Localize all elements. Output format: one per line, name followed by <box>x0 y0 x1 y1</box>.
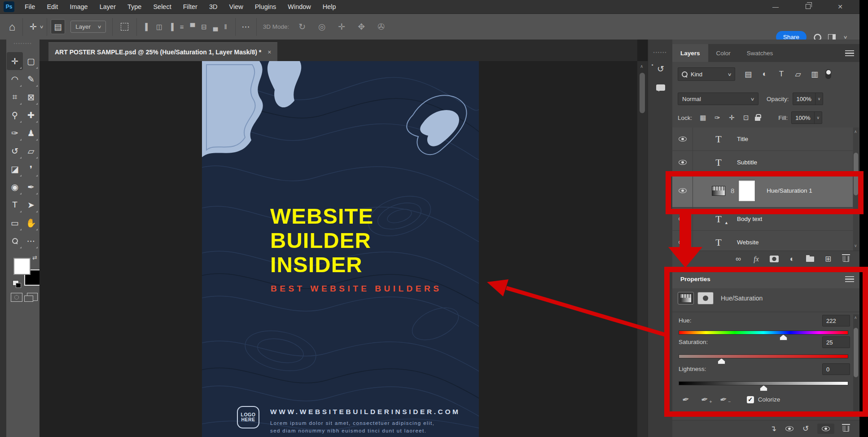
zoom-tool[interactable] <box>7 232 23 250</box>
lock-image-icon[interactable]: ✑ <box>712 114 723 122</box>
show-transform-controls-icon[interactable] <box>121 23 128 31</box>
frame-tool-icon[interactable]: ⊠ <box>27 92 35 102</box>
3d-camera-icon[interactable]: ✇ <box>374 22 388 32</box>
workspace-chevron-icon[interactable]: ∨ <box>843 35 847 40</box>
delete-adjustment-icon[interactable] <box>842 426 850 432</box>
hue-input[interactable]: 222 <box>822 315 850 327</box>
canvas-vertical-scrollbar[interactable]: ∧ <box>637 61 648 437</box>
clone-stamp-tool[interactable]: ♟ <box>23 124 39 142</box>
tab-color[interactable]: Color <box>708 44 739 62</box>
eyedropper-tool[interactable]: ⚲ <box>7 106 23 124</box>
scrollbar-thumb[interactable] <box>640 73 645 113</box>
3d-orbit-icon[interactable]: ↻ <box>295 22 309 32</box>
visibility-toggle[interactable] <box>672 128 693 150</box>
lock-all-icon[interactable] <box>755 117 760 121</box>
properties-scrollbar[interactable]: ∧ <box>853 314 859 417</box>
distribute-vertical-icon[interactable]: ⊟ <box>201 23 207 31</box>
subtract-from-sample-eyedropper-icon[interactable]: ✒− <box>719 394 728 406</box>
menu-layer[interactable]: Layer <box>94 0 122 13</box>
lock-transparent-icon[interactable]: ▦ <box>697 114 708 122</box>
delete-adjustment-icon[interactable] <box>843 426 849 432</box>
tool-preset-chevron-icon[interactable]: ∨ <box>39 24 44 29</box>
spot-healing-brush-tool[interactable]: ✚ <box>23 106 39 124</box>
lasso-tool[interactable]: ◠ <box>7 70 23 88</box>
scroll-down-icon[interactable]: ∨ <box>854 243 857 248</box>
frame-tool[interactable]: ⊠ <box>23 88 39 106</box>
scroll-up-icon[interactable]: ∧ <box>854 129 857 134</box>
menu-select[interactable]: Select <box>147 0 177 13</box>
saturation-slider[interactable] <box>679 354 848 358</box>
type-tool[interactable]: T <box>7 196 23 214</box>
move-tool-icon[interactable]: ✛ <box>26 22 40 32</box>
scrollbar-thumb[interactable] <box>854 328 858 377</box>
menu-filter[interactable]: Filter <box>177 0 203 13</box>
more-options-icon[interactable]: ⋯ <box>239 22 253 32</box>
new-layer-icon[interactable]: ⊞ <box>824 254 833 264</box>
clip-to-layer-icon[interactable]: ↴ <box>769 424 778 433</box>
delete-layer-icon[interactable] <box>843 256 849 262</box>
hue-slider-thumb[interactable] <box>780 335 787 340</box>
filter-adjustment-layers-icon[interactable]: ◐ <box>759 70 771 79</box>
layer-row-hue-saturation-1[interactable]: 8Hue/Saturation 1 <box>672 174 853 207</box>
history-panel-icon[interactable]: ↺ <box>653 61 669 76</box>
move-tool[interactable]: ✛ <box>7 52 23 70</box>
new-group-icon[interactable] <box>806 256 814 262</box>
eyedropper-tool-icon[interactable]: ⚲ <box>12 110 18 120</box>
close-tab-icon[interactable]: × <box>267 49 271 56</box>
align-vertical-centers-icon[interactable]: ≡ <box>180 23 184 31</box>
hue-slider[interactable] <box>679 331 848 335</box>
eyedropper-icon[interactable]: ✒ <box>681 394 690 406</box>
align-right-icon[interactable]: ▐ <box>169 23 174 31</box>
filter-toggle-icon[interactable] <box>825 69 831 79</box>
visibility-toggle[interactable] <box>672 207 693 230</box>
menu-file[interactable]: File <box>19 0 41 13</box>
adjustment-mask-button[interactable] <box>697 292 714 305</box>
menu-plugins[interactable]: Plugins <box>249 0 282 13</box>
new-adjustment-layer-icon[interactable]: ◐ <box>788 255 797 264</box>
menu-3d[interactable]: 3D <box>203 0 224 13</box>
eraser-tool-icon[interactable]: ▱ <box>28 146 35 156</box>
foreground-color-swatch[interactable] <box>13 258 31 275</box>
toolbar-drag-handle[interactable]: •••••••• <box>6 40 39 46</box>
filter-type-layers-icon[interactable]: T <box>776 70 787 79</box>
adjustment-settings-button[interactable] <box>678 292 694 305</box>
colorize-checkbox[interactable]: ✓ <box>747 396 754 403</box>
menu-edit[interactable]: Edit <box>41 0 64 13</box>
align-top-icon[interactable]: ▀ <box>190 23 195 31</box>
visibility-toggle[interactable] <box>672 151 693 174</box>
history-brush-tool[interactable]: ↺ <box>7 142 23 160</box>
eraser-tool[interactable]: ▱ <box>23 142 39 160</box>
toggle-visibility-icon[interactable] <box>817 424 834 434</box>
type-tool-icon[interactable]: T <box>12 200 18 210</box>
restore-button[interactable] <box>802 3 814 10</box>
view-previous-state-icon[interactable] <box>785 426 794 431</box>
minimize-button[interactable]: — <box>770 3 781 10</box>
clone-stamp-tool-icon[interactable]: ♟ <box>27 128 35 138</box>
crop-tool[interactable]: ⌗ <box>7 88 23 106</box>
menu-type[interactable]: Type <box>122 0 147 13</box>
home-icon[interactable]: ⌂ <box>5 21 19 33</box>
scroll-up-icon[interactable]: ∧ <box>854 315 857 320</box>
menu-view[interactable]: View <box>224 0 249 13</box>
quick-mask-mode-button[interactable] <box>11 293 22 302</box>
layers-scrollbar[interactable]: ∧ ∨ <box>853 128 859 251</box>
quick-selection-tool[interactable]: ✎ <box>23 70 39 88</box>
hand-tool-icon[interactable]: ✋ <box>26 218 36 228</box>
filter-shape-layers-icon[interactable]: ▱ <box>792 70 804 79</box>
align-bottom-icon[interactable]: ▄ <box>213 23 218 31</box>
rectangular-marquee-tool[interactable]: ▢ <box>23 52 39 70</box>
path-selection-tool[interactable]: ➤ <box>23 196 39 214</box>
add-layer-mask-icon[interactable] <box>770 256 779 262</box>
layer-effects-icon[interactable]: fx <box>752 255 761 263</box>
hand-tool[interactable]: ✋ <box>23 214 39 232</box>
paint-bucket-tool[interactable]: ◪ <box>7 160 23 178</box>
delete-layer-icon[interactable] <box>842 256 850 262</box>
screen-mode-button[interactable] <box>27 293 38 301</box>
auto-select-icon[interactable]: ▤ <box>51 19 65 34</box>
pen-tool-icon[interactable]: ✒ <box>27 182 35 192</box>
layer-row-website[interactable]: TWebsite <box>672 231 853 251</box>
chevron-down-icon[interactable]: ∨ <box>814 112 822 124</box>
tab-layers[interactable]: Layers <box>672 44 708 62</box>
history-brush-tool-icon[interactable]: ↺ <box>11 146 18 156</box>
reset-adjustment-icon[interactable]: ↺ <box>802 424 809 433</box>
